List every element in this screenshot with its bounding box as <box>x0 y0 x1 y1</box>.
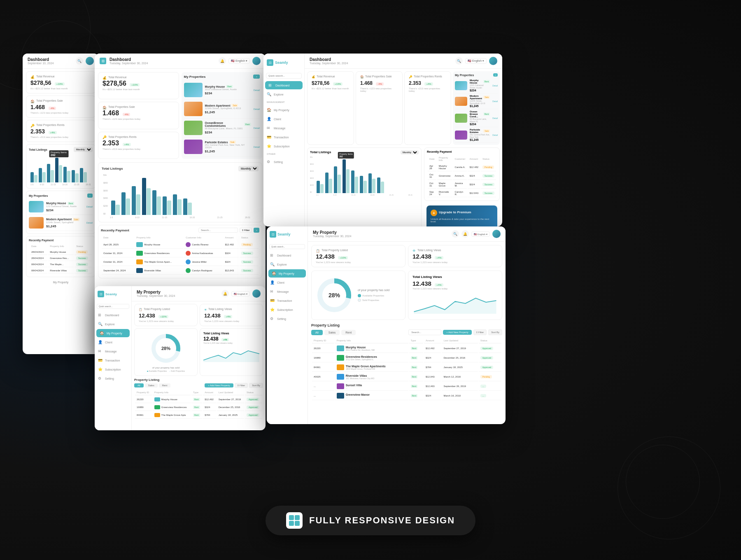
sidebar-transaction[interactable]: 💳 Transaction <box>263 133 304 141</box>
payment-row-m3: October 31, 2024 The Maple Grove Apart..… <box>102 258 259 266</box>
main-detail-btn-1[interactable]: Detail <box>254 89 260 91</box>
upgrade-title: Upgrade to Premium <box>439 210 471 214</box>
listing-sort-btn[interactable]: Sort By <box>249 383 263 388</box>
myprop-sidebar-my-property[interactable]: 🏠 My Property <box>96 329 130 337</box>
myprop-sidebar-dashboard[interactable]: ⊞ Dashboard <box>95 311 131 319</box>
sidebar-subscription[interactable]: ⭐ Subscription <box>263 142 304 150</box>
listing-filter-btn[interactable]: ≡ Filter <box>235 383 248 388</box>
myprop-sidebar-message[interactable]: ✉ Message <box>95 347 131 355</box>
period-select[interactable]: Monthly <box>74 147 93 152</box>
prop-price-2: $1,245 <box>46 224 79 228</box>
stat-rent-sub: There's +213 new properties today <box>30 136 91 138</box>
tab-rent[interactable]: Rent <box>159 383 171 387</box>
main-stat-rent: 🔑 Total Properties Rents 2.353 +4% There… <box>98 132 179 159</box>
myprop-views-value: 12.438 <box>204 313 221 319</box>
my-props-title: My Properties <box>29 194 48 197</box>
seamly-tab-rent[interactable]: Rent <box>341 330 356 335</box>
sidebar-explore[interactable]: 🔍 Explore <box>263 90 304 98</box>
seamly-myprop-client[interactable]: 👤 Client <box>267 278 308 287</box>
seamly-detail-3[interactable]: Detail <box>492 117 498 119</box>
listing-search[interactable] <box>408 329 441 335</box>
seamly-dash-date: Tuesday, September 30, 2024 <box>310 62 348 65</box>
stat-rent-value: 2.353 <box>30 128 45 135</box>
payment-search[interactable] <box>198 228 238 233</box>
seamly-listing-row-6: ... Greenview Manor ... R <box>312 392 501 400</box>
main-chart-card: Total Listings Monthly $1k $800 $600 $40… <box>98 162 262 222</box>
seamly-sidebar: ⊡ Seamly ⊞ Dashboard 🔍 Explore MANAGEMEN… <box>263 54 305 226</box>
seamly-detail-2[interactable]: Detail <box>492 100 498 103</box>
seamly-tab-sales[interactable]: Sales <box>324 330 340 335</box>
chart-tooltip: Property Items282 <box>49 150 68 157</box>
bell-icon[interactable]: 🔔 <box>219 57 226 65</box>
seamly-add-prop-btn[interactable]: + <box>493 73 498 77</box>
seamly-myprop-search-icon[interactable]: 🔍 <box>452 230 459 238</box>
upgrade-sub: Unlock all features & take your experien… <box>431 218 493 223</box>
detail-btn-1[interactable]: Detail <box>86 205 93 208</box>
main-sale-sub: There's +123 new properties today <box>103 118 175 120</box>
seamly-donut-pct: 28% <box>329 292 340 299</box>
seamly-myprop-myproperty[interactable]: 🏠 My Property <box>268 269 306 278</box>
main-detail-btn-2[interactable]: Detail <box>254 108 260 110</box>
sidebar-dashboard[interactable]: ⊞ Dashboard <box>265 81 303 89</box>
seamly-myprop-transaction[interactable]: 💳 Transaction <box>267 296 308 305</box>
myprop-sidebar-explore[interactable]: 🔍 Explore <box>95 320 131 328</box>
seamly-stat-rent: 🔑 Total Properties Rents 2.353 +4% There… <box>404 71 451 145</box>
sidebar-setting[interactable]: ⚙ Setting <box>263 158 304 166</box>
myprop-stat-views: 👁 Total Listing Views 12.438 +4% You've … <box>200 304 263 326</box>
payment-add-btn[interactable]: + <box>254 228 259 233</box>
tab-all[interactable]: All <box>134 383 144 387</box>
seamly-period-select[interactable]: Monthly <box>401 150 419 154</box>
main-stat-sale: 🏠 Total Properties Sale 1.468 -4% There'… <box>98 102 179 129</box>
donut-chart-card: 28% of your property has sold ■ Availabl… <box>134 328 198 376</box>
myprop-lang[interactable]: 🇺🇸 English ▾ <box>231 291 250 296</box>
myprop-sidebar-setting[interactable]: ⚙ Setting <box>95 374 131 383</box>
seamly-myprop-bell-icon[interactable]: 🔔 <box>461 230 469 238</box>
add-property-btn[interactable]: + <box>87 194 93 198</box>
sidebar-message[interactable]: ✉ Message <box>263 124 304 132</box>
main-props-title: My Properties <box>184 75 206 79</box>
main-period-select[interactable]: Monthly <box>238 166 259 171</box>
filter-btn[interactable]: ≡ Filter <box>240 228 252 233</box>
main-detail-btn-4[interactable]: Detail <box>254 146 260 148</box>
myprop-bell-icon[interactable]: 🔔 <box>221 290 229 297</box>
sidebar-search[interactable] <box>266 73 302 79</box>
sidebar-client[interactable]: 👤 Client <box>263 115 304 123</box>
myprop-sidebar-subscription[interactable]: ⭐ Subscription <box>95 365 131 373</box>
seamly-sort[interactable]: Sort By <box>488 329 502 335</box>
seamly-myprop-message[interactable]: ✉ Message <box>267 287 308 296</box>
avatar <box>86 57 94 65</box>
seamly-myprop-lang[interactable]: 🇺🇸 English ▾ <box>471 231 490 237</box>
main-prop-4: Parkside Estates Sale 251 Central Park A… <box>184 138 260 156</box>
main-add-prop-btn[interactable]: + <box>253 75 260 79</box>
myprop-sidebar-client[interactable]: 👤 Client <box>95 338 131 346</box>
seamly-myprop-search[interactable] <box>269 244 305 249</box>
main-detail-btn-3[interactable]: Detail <box>254 127 260 129</box>
myprop-sidebar-transaction[interactable]: 💳 Transaction <box>95 356 131 364</box>
tab-sales[interactable]: Sales <box>145 383 158 387</box>
seamly-lang-selector[interactable]: 🇺🇸 English ▾ <box>465 58 487 64</box>
seamly-add-new-prop[interactable]: + Add New Property <box>443 330 472 335</box>
seamly-myprop-setting[interactable]: ⚙ Setting <box>267 315 308 323</box>
seamly-filter[interactable]: ≡ Filter <box>473 329 487 335</box>
line-chart-card: Total Listing Views 12.438 +4% You've 1,… <box>200 328 263 376</box>
seamly-detail-1[interactable]: Detail <box>492 84 498 87</box>
main-stat-revenue: 💰 Total Revenue $278,56 +10% It's +$23.1… <box>98 72 179 99</box>
myprop-search[interactable] <box>97 304 129 309</box>
main-revenue-value: $278,56 <box>103 80 126 87</box>
message-icon: ✉ <box>267 126 272 130</box>
main-payment-section: Recently Payment ≡ Filter + Date Propert… <box>98 225 262 278</box>
sidebar-my-property[interactable]: 🏠 My Property <box>263 106 304 114</box>
detail-btn-2[interactable]: Detail <box>86 222 93 224</box>
seamly-myprop-subscription[interactable]: ⭐ Subscription <box>267 306 308 314</box>
prop-tag-1: Rent <box>68 202 75 205</box>
seamly-myprop-explore[interactable]: 🔍 Explore <box>267 260 308 268</box>
seamly-listing-row-4: #0025 Riverside Villas 161 Westview, Kan… <box>312 373 501 381</box>
seamly-detail-4[interactable]: Detail <box>492 134 498 136</box>
search-icon[interactable]: 🔍 <box>76 57 83 65</box>
add-new-prop-btn[interactable]: + Add New Property <box>205 383 233 387</box>
seamly-tab-all[interactable]: All <box>311 330 323 335</box>
seamly-myprop-dashboard[interactable]: ⊞ Dashboard <box>267 251 308 259</box>
seamly-stat-sale: 🏠 Total Properties Sale 1.468 -4% There'… <box>356 71 403 145</box>
seamly-search-icon[interactable]: 🔍 <box>455 57 463 65</box>
lang-selector[interactable]: 🇺🇸 English ▾ <box>228 58 250 64</box>
